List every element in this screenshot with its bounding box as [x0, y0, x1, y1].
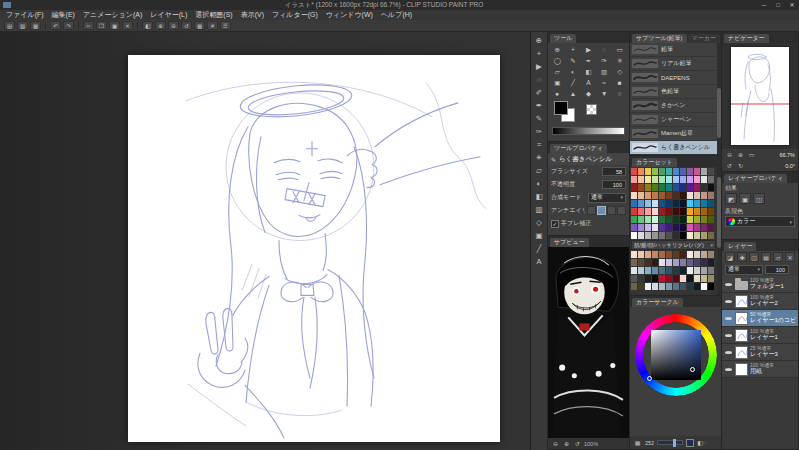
zoom-out-icon[interactable]: ⊖	[168, 21, 179, 30]
delete-icon[interactable]: ✕	[122, 21, 133, 30]
color-swatch[interactable]	[659, 176, 665, 183]
layer-visibility-icon[interactable]	[724, 314, 733, 323]
color-swatch[interactable]	[666, 275, 672, 282]
color-swatch[interactable]	[708, 184, 714, 191]
paste-icon[interactable]: ▣	[109, 21, 120, 30]
color-swatch[interactable]	[659, 267, 665, 274]
layer-row[interactable]: 100 %通常フォルダー1	[722, 276, 798, 293]
menu-item[interactable]: フィルター(G)	[268, 10, 322, 20]
color-swatch[interactable]	[687, 184, 693, 191]
layer-tool-icon[interactable]: ◫	[749, 252, 759, 262]
color-swatch[interactable]	[666, 184, 672, 191]
color-swatch[interactable]	[638, 168, 644, 175]
subtool-item[interactable]: らく書きペンシル	[630, 141, 717, 155]
lasso-tool-icon[interactable]: ◌	[533, 74, 546, 86]
menu-item[interactable]: レイヤー(L)	[146, 10, 191, 20]
color-swatch[interactable]	[708, 232, 714, 239]
color-swatch[interactable]	[645, 224, 651, 231]
fill-icon[interactable]: ◧	[142, 21, 153, 30]
new-file-icon[interactable]: ▤	[4, 21, 15, 30]
color-set-scrollbar[interactable]	[717, 167, 721, 295]
color-swatch[interactable]	[687, 208, 693, 215]
layer-blend-dropdown[interactable]: 通常 ▾	[725, 265, 763, 275]
color-swatch[interactable]	[631, 275, 637, 282]
color-swatch[interactable]	[645, 267, 651, 274]
tool-grid-icon[interactable]: ▼	[597, 89, 612, 99]
color-swatch[interactable]	[659, 259, 665, 266]
color-swatch[interactable]	[638, 259, 644, 266]
menu-item[interactable]: ヘルプ(H)	[377, 10, 416, 20]
color-swatch[interactable]	[645, 251, 651, 258]
color-swatch[interactable]	[708, 224, 714, 231]
color-swatch[interactable]	[694, 200, 700, 207]
color-swatch[interactable]	[652, 168, 658, 175]
pencil-tool-icon[interactable]: ✎	[533, 113, 546, 125]
navigator-preview[interactable]	[722, 43, 798, 149]
tool-grid-icon[interactable]: ▱	[550, 67, 565, 77]
color-swatch[interactable]	[666, 232, 672, 239]
color-swatch[interactable]	[701, 224, 707, 231]
navigator-zoom-icon[interactable]: ⊖	[725, 151, 734, 158]
color-swatch[interactable]	[652, 275, 658, 282]
effect-button[interactable]: ◩	[725, 193, 737, 204]
color-swatch[interactable]	[680, 176, 686, 183]
color-swatch[interactable]	[708, 216, 714, 223]
color-swatch[interactable]	[666, 224, 672, 231]
layer-visibility-icon[interactable]	[724, 348, 733, 357]
tool-grid-icon[interactable]: ≈	[597, 78, 612, 88]
subview-control-icon[interactable]: ⊕	[562, 440, 571, 447]
text-tool-icon[interactable]: A	[533, 256, 546, 268]
color-swatch[interactable]	[680, 283, 686, 290]
foreground-color-swatch[interactable]	[554, 101, 568, 115]
color-swatch[interactable]	[645, 216, 651, 223]
color-swatch[interactable]	[638, 232, 644, 239]
color-swatch[interactable]	[694, 232, 700, 239]
layer-visibility-icon[interactable]	[724, 331, 733, 340]
color-swatch[interactable]	[708, 192, 714, 199]
effect-button[interactable]: ◫	[753, 193, 765, 204]
rotate-view-icon[interactable]: ↺	[181, 21, 192, 30]
color-swatch[interactable]	[659, 192, 665, 199]
color-slider[interactable]	[657, 440, 683, 445]
cut-icon[interactable]: ✂	[83, 21, 94, 30]
layer-visibility-icon[interactable]	[724, 280, 733, 289]
undo-icon[interactable]: ↶	[50, 21, 61, 30]
layer-visibility-icon[interactable]	[724, 297, 733, 306]
color-swatch[interactable]	[673, 232, 679, 239]
blend-mode-dropdown[interactable]: 通常 ▾	[588, 193, 626, 203]
color-swatch[interactable]	[687, 259, 693, 266]
color-swatch[interactable]	[659, 168, 665, 175]
color-swatch[interactable]	[631, 267, 637, 274]
subtool-item[interactable]: さかペン	[630, 99, 717, 113]
color-swatch[interactable]	[666, 259, 672, 266]
tool-grid-icon[interactable]: ◧	[581, 67, 596, 77]
layer-row[interactable]: 100 %通常用紙	[722, 361, 798, 378]
color-swatch[interactable]	[694, 216, 700, 223]
transparent-color-swatch[interactable]	[586, 104, 597, 115]
tool-grid-icon[interactable]: ✳	[612, 56, 627, 66]
antialias-weak-button[interactable]	[597, 206, 606, 215]
color-swatch[interactable]	[694, 208, 700, 215]
minimize-button[interactable]: ─	[757, 0, 771, 10]
color-swatch[interactable]	[673, 267, 679, 274]
snap-icon[interactable]: #	[207, 21, 218, 30]
color-swatch[interactable]	[694, 283, 700, 290]
color-wheel[interactable]	[630, 307, 721, 436]
save-icon[interactable]: ▦	[30, 21, 41, 30]
color-swatch[interactable]	[687, 251, 693, 258]
color-swatch[interactable]	[659, 283, 665, 290]
color-swatch[interactable]	[631, 192, 637, 199]
color-swatch[interactable]	[687, 216, 693, 223]
color-swatch[interactable]	[652, 192, 658, 199]
brush-size-value[interactable]: 58	[602, 167, 626, 176]
color-swatch[interactable]	[694, 267, 700, 274]
brush-tool-icon[interactable]: ✑	[533, 126, 546, 138]
subtool-item[interactable]: Mamen起草	[630, 127, 717, 141]
menu-item[interactable]: 編集(E)	[48, 10, 79, 20]
eyedropper-tool-icon[interactable]: ✐	[533, 87, 546, 99]
color-swatch[interactable]	[708, 275, 714, 282]
color-swatch[interactable]	[680, 200, 686, 207]
menu-item[interactable]: ファイル(F)	[2, 10, 48, 20]
gradient-tool-icon[interactable]: ▥	[533, 204, 546, 216]
subtool-item[interactable]: リアル鉛筆	[630, 57, 717, 71]
